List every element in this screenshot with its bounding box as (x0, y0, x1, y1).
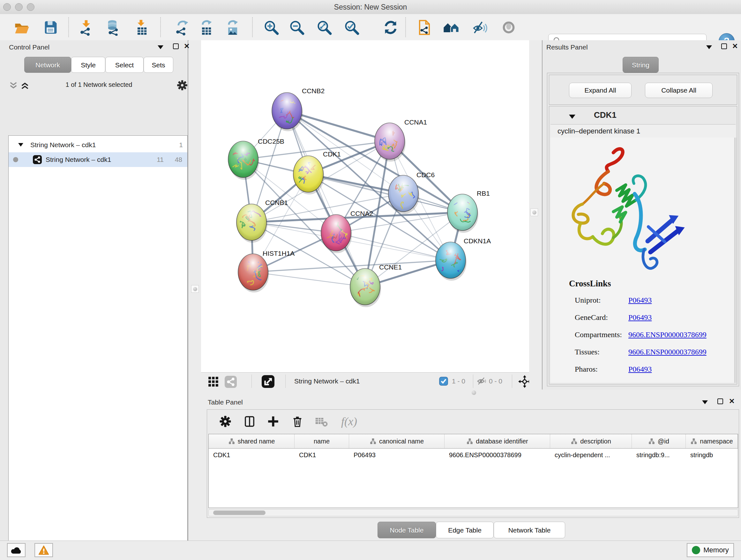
import-network-from-file-button[interactable] (77, 18, 95, 37)
network-node-CDK1[interactable]: CDK1 (293, 150, 341, 194)
delete-table-icon[interactable] (315, 416, 328, 428)
network-canvas[interactable]: CCNB2CCNA1CDC25BCDK1CDC6RB1CCNB1CCNA2CDK… (201, 40, 529, 372)
horizontal-splitter-handle[interactable] (472, 390, 476, 395)
crosslink-link[interactable]: P06493 (628, 296, 652, 305)
network-from-file-button[interactable] (415, 18, 433, 37)
table-panel-float-button[interactable] (718, 398, 723, 404)
zoom-fit-icon (316, 19, 333, 36)
column-header-shared-name[interactable]: shared name (209, 434, 294, 448)
export-image-button[interactable] (223, 18, 241, 37)
network-edge[interactable] (308, 174, 462, 212)
create-column-icon[interactable] (266, 415, 280, 428)
left-splitter-handle[interactable] (191, 285, 199, 293)
share-view-icon[interactable] (225, 376, 237, 388)
show-all-button[interactable] (500, 18, 518, 37)
left-splitter[interactable] (189, 40, 201, 541)
table-horizontal-scrollbar[interactable] (208, 509, 738, 516)
network-tree: String Network – cdk1 1 String Network –… (8, 135, 188, 560)
right-splitter-handle[interactable] (530, 208, 538, 216)
tab-network[interactable]: Network (24, 57, 71, 73)
network-node-CCNA1[interactable]: CCNA1 (373, 118, 427, 162)
column-header-namespace[interactable]: namespace (686, 434, 738, 448)
column-header--id[interactable]: @id (632, 434, 686, 448)
right-splitter[interactable] (529, 40, 542, 389)
delete-columns-trash-icon[interactable] (291, 415, 304, 428)
column-header-name[interactable]: name (294, 434, 349, 448)
results-panel-menu-arrow-icon[interactable] (706, 45, 712, 49)
hidden-eye-icon[interactable] (477, 377, 487, 386)
zoom-in-button[interactable] (262, 18, 280, 37)
import-table-from-file-button[interactable] (133, 18, 151, 37)
collapse-all-button[interactable]: Collapse All (645, 83, 713, 98)
column-header-canonical-name[interactable]: canonical name (349, 434, 445, 448)
import-network-icon (78, 19, 94, 36)
birds-eye-view-icon[interactable] (262, 375, 274, 388)
crosslink-link[interactable]: 9606.ENSP00000378699 (628, 330, 706, 339)
network-graph[interactable]: CCNB2CCNA1CDC25BCDK1CDC6RB1CCNB1CCNA2CDK… (201, 40, 529, 372)
network-node-CCNB2[interactable]: CCNB2 (272, 87, 325, 131)
save-session-button[interactable] (42, 18, 59, 37)
gene-collapse-arrow-icon[interactable] (569, 115, 576, 119)
tab-node-table[interactable]: Node Table (378, 522, 436, 538)
first-neighbors-button[interactable] (442, 18, 460, 37)
network-edge[interactable] (253, 272, 365, 287)
zoom-selected-button[interactable] (343, 18, 360, 37)
tab-edge-table[interactable]: Edge Table (436, 522, 494, 538)
zoom-fit-button[interactable] (315, 18, 333, 37)
network-edge[interactable] (336, 233, 451, 260)
crosslink-link[interactable]: P06493 (628, 313, 652, 322)
tab-sets[interactable]: Sets (144, 57, 173, 73)
memory-button[interactable]: Memory (687, 543, 734, 557)
zoom-out-button[interactable] (288, 18, 306, 37)
control-panel-float-button[interactable] (173, 44, 179, 49)
apply-layout-button[interactable] (382, 18, 400, 37)
results-panel-float-button[interactable] (721, 44, 727, 49)
open-session-button[interactable] (13, 18, 30, 37)
results-scrollbar[interactable] (734, 138, 737, 383)
network-node-CDKN1A[interactable]: CDKN1A (435, 237, 491, 281)
network-edge[interactable] (287, 111, 365, 287)
network-node-RB1[interactable]: RB1 (448, 190, 490, 233)
tree-expand-arrow-icon[interactable] (18, 143, 23, 146)
import-network-from-database-button[interactable] (104, 18, 122, 37)
network-tree-root-row[interactable]: String Network – cdk1 1 (9, 138, 187, 152)
table-cell: CDK1 (209, 449, 294, 461)
crosslink-link[interactable]: P06493 (628, 365, 652, 374)
table-panel-close-button[interactable]: ✕ (729, 398, 735, 405)
network-tree-child-row[interactable]: String Network – cdk1 11 48 (9, 152, 187, 167)
scrollbar-thumb[interactable] (213, 510, 266, 515)
table-row[interactable]: CDK1CDK1P064939606.ENSP00000378699cyclin… (209, 449, 738, 461)
crosslink-link[interactable]: 9606.ENSP00000378699 (628, 348, 706, 356)
network-node-HIST1H1A[interactable]: HIST1H1A (238, 250, 294, 293)
control-panel-title: Control Panel (9, 44, 50, 51)
control-panel-menu-arrow-icon[interactable] (158, 45, 163, 49)
selected-checkbox-icon[interactable] (439, 377, 448, 386)
tab-network-table[interactable]: Network Table (494, 522, 565, 538)
tab-string[interactable]: String (623, 57, 659, 73)
expand-all-button[interactable]: Expand All (569, 83, 631, 98)
tab-style[interactable]: Style (71, 57, 105, 73)
grid-view-icon[interactable] (208, 376, 219, 387)
node-label-CDC25B: CDC25B (258, 138, 284, 145)
control-panel: Control Panel ✕ NetworkStyleSelectSets 1… (0, 40, 188, 541)
export-network-button[interactable] (173, 18, 191, 37)
column-header-description[interactable]: description (550, 434, 632, 448)
warning-status-button[interactable] (35, 543, 53, 557)
tab-select[interactable]: Select (105, 57, 144, 73)
cloud-status-button[interactable] (7, 543, 25, 557)
node-label-CCNB2: CCNB2 (302, 87, 325, 95)
table-panel-menu-arrow-icon[interactable] (702, 400, 708, 404)
export-table-button[interactable] (197, 18, 215, 37)
horizontal-splitter[interactable] (201, 389, 741, 396)
expand-all-icon[interactable] (20, 81, 29, 90)
gear-icon[interactable] (176, 79, 188, 91)
open-folder-icon (13, 19, 30, 36)
collapse-all-icon[interactable] (9, 81, 18, 90)
crosslink-row: GeneCard:P06493 (575, 309, 728, 326)
results-panel-close-button[interactable]: ✕ (732, 43, 738, 50)
column-header-database-identifier[interactable]: database identifier (445, 434, 550, 448)
select-columns-icon[interactable] (243, 415, 256, 428)
table-gear-icon[interactable] (219, 415, 232, 428)
network-selection-status: 1 of 1 Network selected (35, 81, 163, 88)
hide-selected-button[interactable] (471, 18, 489, 37)
